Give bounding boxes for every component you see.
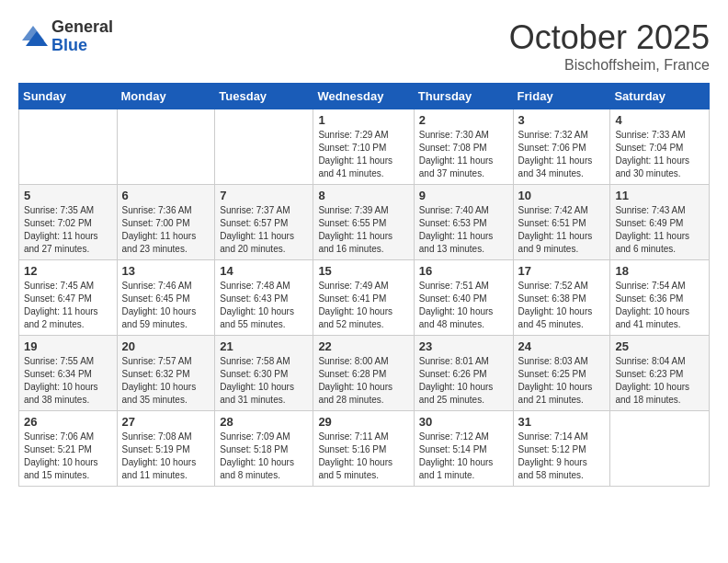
day-info: Sunrise: 7:09 AMSunset: 5:18 PMDaylight:… <box>220 431 308 482</box>
calendar-week-row: 5Sunrise: 7:35 AMSunset: 7:02 PMDaylight… <box>19 185 710 260</box>
day-info: Sunrise: 7:36 AMSunset: 7:00 PMDaylight:… <box>122 204 210 256</box>
day-info: Sunrise: 7:32 AMSunset: 7:06 PMDaylight:… <box>518 129 606 180</box>
day-number: 26 <box>24 415 112 429</box>
calendar-header-sunday: Sunday <box>19 84 118 109</box>
logo-icon <box>18 22 48 52</box>
calendar-cell: 27Sunrise: 7:08 AMSunset: 5:19 PMDayligh… <box>117 411 215 487</box>
calendar-cell: 3Sunrise: 7:32 AMSunset: 7:06 PMDaylight… <box>513 109 610 185</box>
day-number: 22 <box>318 339 408 353</box>
calendar-cell <box>117 109 215 185</box>
calendar-cell: 5Sunrise: 7:35 AMSunset: 7:02 PMDaylight… <box>19 185 118 260</box>
calendar-header-row: SundayMondayTuesdayWednesdayThursdayFrid… <box>19 84 710 109</box>
day-number: 20 <box>122 339 210 353</box>
day-info: Sunrise: 7:55 AMSunset: 6:34 PMDaylight:… <box>24 355 112 407</box>
logo-general-text: General <box>51 18 113 37</box>
day-number: 16 <box>419 264 508 278</box>
calendar-cell: 2Sunrise: 7:30 AMSunset: 7:08 PMDaylight… <box>414 109 513 185</box>
day-info: Sunrise: 7:08 AMSunset: 5:19 PMDaylight:… <box>122 431 210 482</box>
logo-blue-text: Blue <box>51 37 113 55</box>
day-number: 21 <box>220 339 308 353</box>
day-number: 17 <box>518 264 606 278</box>
calendar-cell: 19Sunrise: 7:55 AMSunset: 6:34 PMDayligh… <box>19 336 118 411</box>
logo-text: General Blue <box>51 18 113 55</box>
day-info: Sunrise: 8:03 AMSunset: 6:25 PMDaylight:… <box>518 355 606 407</box>
day-info: Sunrise: 8:00 AMSunset: 6:28 PMDaylight:… <box>318 355 408 407</box>
calendar-cell: 24Sunrise: 8:03 AMSunset: 6:25 PMDayligh… <box>513 336 610 411</box>
calendar-cell: 16Sunrise: 7:51 AMSunset: 6:40 PMDayligh… <box>414 260 513 336</box>
day-info: Sunrise: 7:48 AMSunset: 6:43 PMDaylight:… <box>220 280 308 331</box>
day-number: 13 <box>122 264 210 278</box>
day-info: Sunrise: 7:35 AMSunset: 7:02 PMDaylight:… <box>24 204 112 256</box>
calendar-cell: 28Sunrise: 7:09 AMSunset: 5:18 PMDayligh… <box>215 411 313 487</box>
calendar-cell: 23Sunrise: 8:01 AMSunset: 6:26 PMDayligh… <box>414 336 513 411</box>
calendar-cell: 15Sunrise: 7:49 AMSunset: 6:41 PMDayligh… <box>313 260 414 336</box>
calendar-header-monday: Monday <box>117 84 215 109</box>
calendar-cell: 11Sunrise: 7:43 AMSunset: 6:49 PMDayligh… <box>610 185 710 260</box>
calendar-header-tuesday: Tuesday <box>215 84 313 109</box>
title-block: October 2025 Bischoffsheim, France <box>509 18 710 74</box>
day-info: Sunrise: 7:11 AMSunset: 5:16 PMDaylight:… <box>318 431 408 482</box>
day-number: 19 <box>24 339 112 353</box>
day-number: 6 <box>122 189 210 202</box>
day-info: Sunrise: 7:33 AMSunset: 7:04 PMDaylight:… <box>615 129 704 180</box>
day-number: 10 <box>518 189 606 202</box>
calendar-cell: 1Sunrise: 7:29 AMSunset: 7:10 PMDaylight… <box>313 109 414 185</box>
calendar-cell: 7Sunrise: 7:37 AMSunset: 6:57 PMDaylight… <box>215 185 313 260</box>
day-info: Sunrise: 7:51 AMSunset: 6:40 PMDaylight:… <box>419 280 508 331</box>
calendar-cell: 6Sunrise: 7:36 AMSunset: 7:00 PMDaylight… <box>117 185 215 260</box>
day-number: 1 <box>318 113 408 127</box>
day-info: Sunrise: 7:49 AMSunset: 6:41 PMDaylight:… <box>318 280 408 331</box>
day-number: 3 <box>518 113 606 127</box>
logo: General Blue <box>18 18 113 55</box>
calendar-cell: 14Sunrise: 7:48 AMSunset: 6:43 PMDayligh… <box>215 260 313 336</box>
calendar-cell: 26Sunrise: 7:06 AMSunset: 5:21 PMDayligh… <box>19 411 118 487</box>
day-number: 31 <box>518 415 606 429</box>
day-number: 23 <box>419 339 508 353</box>
calendar-cell: 31Sunrise: 7:14 AMSunset: 5:12 PMDayligh… <box>513 411 610 487</box>
calendar-cell: 22Sunrise: 8:00 AMSunset: 6:28 PMDayligh… <box>313 336 414 411</box>
calendar-cell: 8Sunrise: 7:39 AMSunset: 6:55 PMDaylight… <box>313 185 414 260</box>
day-number: 4 <box>615 113 704 127</box>
day-info: Sunrise: 7:45 AMSunset: 6:47 PMDaylight:… <box>24 280 112 331</box>
day-number: 24 <box>518 339 606 353</box>
day-info: Sunrise: 7:58 AMSunset: 6:30 PMDaylight:… <box>220 355 308 407</box>
day-info: Sunrise: 7:12 AMSunset: 5:14 PMDaylight:… <box>419 431 508 482</box>
day-number: 9 <box>419 189 508 202</box>
day-info: Sunrise: 7:52 AMSunset: 6:38 PMDaylight:… <box>518 280 606 331</box>
day-number: 27 <box>122 415 210 429</box>
day-info: Sunrise: 7:39 AMSunset: 6:55 PMDaylight:… <box>318 204 408 256</box>
calendar-cell: 9Sunrise: 7:40 AMSunset: 6:53 PMDaylight… <box>414 185 513 260</box>
month-title: October 2025 <box>509 18 710 57</box>
day-number: 7 <box>220 189 308 202</box>
calendar-cell: 30Sunrise: 7:12 AMSunset: 5:14 PMDayligh… <box>414 411 513 487</box>
day-number: 2 <box>419 113 508 127</box>
day-info: Sunrise: 7:43 AMSunset: 6:49 PMDaylight:… <box>615 204 704 256</box>
calendar-cell <box>610 411 710 487</box>
calendar-week-row: 19Sunrise: 7:55 AMSunset: 6:34 PMDayligh… <box>19 336 710 411</box>
calendar-cell <box>215 109 313 185</box>
day-number: 5 <box>24 189 112 202</box>
day-info: Sunrise: 7:06 AMSunset: 5:21 PMDaylight:… <box>24 431 112 482</box>
day-number: 29 <box>318 415 408 429</box>
calendar-cell: 25Sunrise: 8:04 AMSunset: 6:23 PMDayligh… <box>610 336 710 411</box>
day-info: Sunrise: 8:01 AMSunset: 6:26 PMDaylight:… <box>419 355 508 407</box>
day-number: 30 <box>419 415 508 429</box>
day-number: 11 <box>615 189 704 202</box>
calendar-cell <box>19 109 118 185</box>
day-number: 25 <box>615 339 704 353</box>
location-title: Bischoffsheim, France <box>509 57 710 74</box>
day-info: Sunrise: 7:37 AMSunset: 6:57 PMDaylight:… <box>220 204 308 256</box>
calendar-cell: 12Sunrise: 7:45 AMSunset: 6:47 PMDayligh… <box>19 260 118 336</box>
calendar-cell: 13Sunrise: 7:46 AMSunset: 6:45 PMDayligh… <box>117 260 215 336</box>
calendar-header-friday: Friday <box>513 84 610 109</box>
day-number: 14 <box>220 264 308 278</box>
calendar-cell: 4Sunrise: 7:33 AMSunset: 7:04 PMDaylight… <box>610 109 710 185</box>
day-number: 12 <box>24 264 112 278</box>
day-number: 28 <box>220 415 308 429</box>
day-info: Sunrise: 7:40 AMSunset: 6:53 PMDaylight:… <box>419 204 508 256</box>
calendar-week-row: 1Sunrise: 7:29 AMSunset: 7:10 PMDaylight… <box>19 109 710 185</box>
day-info: Sunrise: 8:04 AMSunset: 6:23 PMDaylight:… <box>615 355 704 407</box>
day-info: Sunrise: 7:54 AMSunset: 6:36 PMDaylight:… <box>615 280 704 331</box>
calendar-header-thursday: Thursday <box>414 84 513 109</box>
day-number: 15 <box>318 264 408 278</box>
